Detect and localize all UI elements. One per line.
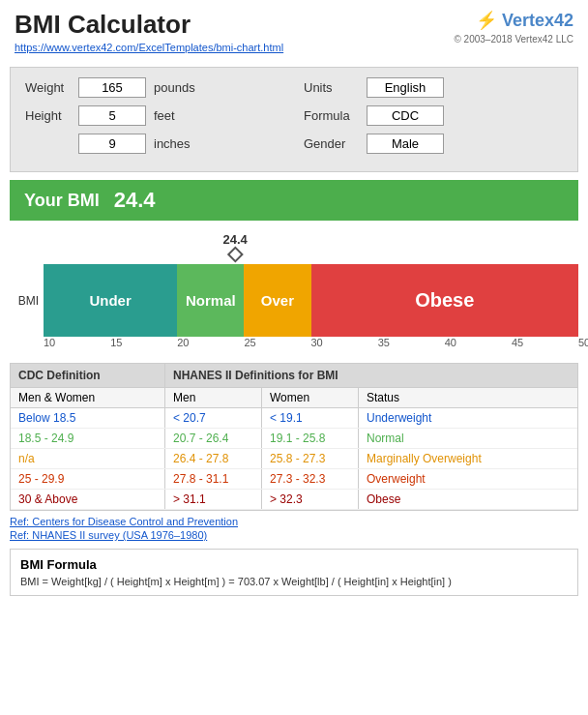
col-women: Women [262,388,359,407]
cell-cdc-0: Below 18.5 [11,408,165,428]
weight-unit: pounds [154,80,195,95]
cell-women-3: 27.3 - 32.3 [262,469,359,489]
formula-label: Formula [304,108,367,123]
formula-section: BMI Formula BMI = Weight[kg] / ( Height[… [10,549,578,596]
references: Ref: Centers for Disease Control and Pre… [10,516,578,541]
chart-section: 24.4 BMI Under Normal Over Obese [10,230,578,348]
input-left: Weight pounds Height feet inches [25,77,284,162]
cell-status-3: Overweight [359,469,577,489]
col-men: Men [165,388,262,407]
height-feet-input[interactable] [78,105,146,126]
formula-input[interactable] [367,105,444,126]
logo: ⚡ Vertex42 [454,10,573,31]
height-inches-input[interactable] [78,134,146,154]
indicator-row: 24.4 [44,230,578,264]
bmi-table: CDC Definition NHANES II Definitions for… [10,363,578,511]
tick-10: 10 [44,337,55,348]
chart-bars: Under Normal Over Obese [44,264,578,337]
cell-cdc-4: 30 & Above [11,490,165,509]
cell-men-4: > 31.1 [165,490,262,509]
gender-input[interactable] [367,134,444,154]
units-label: Units [304,80,367,95]
cdc-header: CDC Definition [11,364,165,387]
copyright: © 2003–2018 Vertex42 LLC [454,34,573,45]
segment-obese: Obese [311,264,579,337]
header-left: BMI Calculator https://www.vertex42.com/… [15,10,283,54]
table-row: 18.5 - 24.9 20.7 - 26.4 19.1 - 25.8 Norm… [11,429,577,449]
input-right: Units Formula Gender [304,77,563,162]
formula-text: BMI = Weight[kg] / ( Height[m] x Height[… [20,576,568,587]
segment-normal: Normal [177,264,244,337]
gender-row: Gender [304,134,563,154]
tick-15: 15 [55,337,122,348]
table-subheader: Men & Women Men Women Status [11,388,577,408]
units-input[interactable] [367,77,444,98]
height-inches-row: inches [78,134,284,154]
table-row: n/a 26.4 - 27.8 25.8 - 27.3 Marginally O… [11,449,577,469]
table-row: 25 - 29.9 27.8 - 31.1 27.3 - 32.3 Overwe… [11,469,577,490]
header-url[interactable]: https://www.vertex42.com/ExcelTemplates/… [15,42,283,53]
tick-50: 50 [523,337,588,348]
chart-y-label: BMI [10,294,44,308]
formula-title: BMI Formula [20,557,568,572]
cell-status-2: Marginally Overweight [359,449,577,468]
chart-bar-row: BMI Under Normal Over Obese [10,264,578,337]
bmi-label: Your BMI [24,191,100,211]
tick-30: 30 [256,337,323,348]
page-title: BMI Calculator [15,10,283,40]
tick-35: 35 [323,337,390,348]
cell-status-1: Normal [359,429,577,448]
cell-cdc-1: 18.5 - 24.9 [11,429,165,448]
col-men-women: Men & Women [11,388,165,407]
cell-status-0: Underweight [359,408,577,428]
bmi-diamond [227,247,244,263]
tick-20: 20 [122,337,189,348]
bmi-indicator: 24.4 [222,232,247,260]
weight-label: Weight [25,80,78,95]
height-feet-unit: feet [154,108,175,123]
ref2-link[interactable]: Ref: NHANES II survey (USA 1976–1980) [10,529,578,541]
cell-men-1: 20.7 - 26.4 [165,429,262,448]
table-row: 30 & Above > 31.1 > 32.3 Obese [11,490,577,510]
height-label: Height [25,108,78,123]
table-row: Below 18.5 < 20.7 < 19.1 Underweight [11,408,577,429]
cell-men-2: 26.4 - 27.8 [165,449,262,468]
gender-label: Gender [304,136,367,151]
tick-25: 25 [190,337,256,348]
cell-women-4: > 32.3 [262,490,359,509]
cell-women-0: < 19.1 [262,408,359,428]
height-feet-row: Height feet [25,105,284,126]
segment-under: Under [44,264,177,337]
tick-40: 40 [390,337,456,348]
ref1-link[interactable]: Ref: Centers for Disease Control and Pre… [10,516,578,527]
units-row: Units [304,77,563,98]
formula-row: Formula [304,105,563,126]
segment-over: Over [244,264,310,337]
cell-men-3: 27.8 - 31.1 [165,469,262,489]
cell-men-0: < 20.7 [165,408,262,428]
cell-status-4: Obese [359,490,577,509]
table-header: CDC Definition NHANES II Definitions for… [11,364,577,388]
weight-row: Weight pounds [25,77,284,98]
bmi-result: Your BMI 24.4 [10,180,578,221]
cell-women-1: 19.1 - 25.8 [262,429,359,448]
weight-input[interactable] [78,77,146,98]
indicator-value: 24.4 [222,232,247,247]
col-status: Status [359,388,577,407]
cell-cdc-3: 25 - 29.9 [11,469,165,489]
bmi-value: 24.4 [114,188,156,213]
nhanes-header: NHANES II Definitions for BMI [165,364,577,387]
tick-45: 45 [456,337,523,348]
axis-ticks: 10 15 20 25 30 35 40 45 50 [44,337,578,348]
cell-cdc-2: n/a [11,449,165,468]
input-section: Weight pounds Height feet inches Units F… [10,67,578,172]
height-inches-unit: inches [154,136,191,151]
cell-women-2: 25.8 - 27.3 [262,449,359,468]
header-right: ⚡ Vertex42 © 2003–2018 Vertex42 LLC [454,10,573,45]
page-header: BMI Calculator https://www.vertex42.com/… [0,0,588,59]
